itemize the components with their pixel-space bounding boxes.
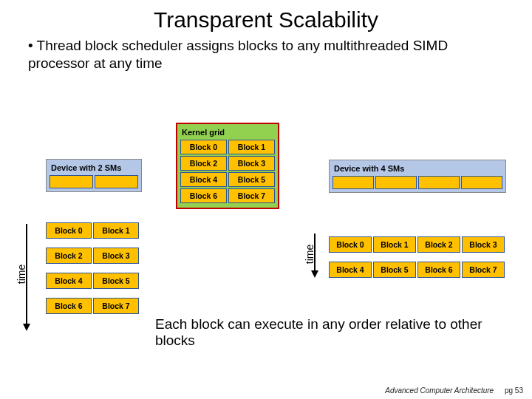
kernel-cell: Block 3	[228, 156, 275, 171]
schedule-2sm: Block 0Block 1 Block 2Block 3 Block 4Blo…	[46, 222, 139, 323]
schedule-cell: Block 7	[93, 298, 139, 314]
device-4sm: Device with 4 SMs	[329, 160, 506, 193]
schedule-cell: Block 3	[462, 236, 505, 253]
footer-page: pg 53	[505, 386, 523, 395]
schedule-cell: Block 5	[93, 273, 139, 289]
schedule-cell: Block 2	[46, 248, 92, 264]
sm-slot	[332, 176, 374, 189]
kernel-cell: Block 5	[228, 172, 275, 187]
schedule-cell: Block 0	[46, 222, 92, 239]
time-arrow-2sm: time	[15, 224, 37, 331]
schedule-cell: Block 1	[93, 222, 139, 239]
schedule-cell: Block 0	[329, 236, 372, 253]
time-arrow-4sm: time	[303, 233, 325, 278]
schedule-cell: Block 6	[417, 262, 460, 278]
kernel-cell: Block 0	[180, 140, 227, 154]
schedule-cell: Block 6	[46, 298, 92, 314]
time-label: time	[304, 244, 316, 263]
schedule-cell: Block 3	[93, 248, 139, 264]
kernel-grid-title: Kernel grid	[180, 126, 275, 140]
schedule-cell: Block 4	[46, 273, 92, 289]
kernel-cell: Block 4	[180, 172, 227, 187]
kernel-grid: Kernel grid Block 0Block 1 Block 2Block …	[176, 123, 279, 209]
kernel-cell: Block 7	[228, 188, 275, 203]
schedule-cell: Block 7	[462, 262, 505, 278]
schedule-cell: Block 4	[329, 262, 372, 278]
bullet-text: • Thread block scheduler assigns blocks …	[0, 35, 532, 72]
sm-slot	[418, 176, 460, 189]
schedule-4sm: Block 0 Block 1 Block 2 Block 3 Block 4 …	[329, 236, 505, 287]
footer-course: Advanced Computer Architecture	[385, 386, 494, 395]
device-2sm-title: Device with 2 SMs	[50, 162, 138, 175]
schedule-cell: Block 5	[373, 262, 416, 278]
schedule-cell: Block 2	[417, 236, 460, 253]
slide-title: Transparent Scalability	[0, 0, 532, 35]
sm-slot	[95, 175, 138, 188]
time-label: time	[16, 264, 27, 283]
footer: Advanced Computer Architecture pg 53	[385, 386, 523, 395]
schedule-cell: Block 1	[373, 236, 416, 253]
kernel-cell: Block 6	[180, 188, 227, 203]
sm-slot	[461, 176, 502, 189]
kernel-cell: Block 2	[180, 156, 227, 171]
kernel-cell: Block 1	[228, 140, 275, 154]
device-4sm-title: Device with 4 SMs	[332, 163, 502, 176]
sm-slot	[375, 176, 417, 189]
caption-text: Each block can execute in any order rela…	[155, 316, 495, 350]
sm-slot	[50, 175, 93, 188]
device-2sm: Device with 2 SMs	[46, 159, 142, 192]
